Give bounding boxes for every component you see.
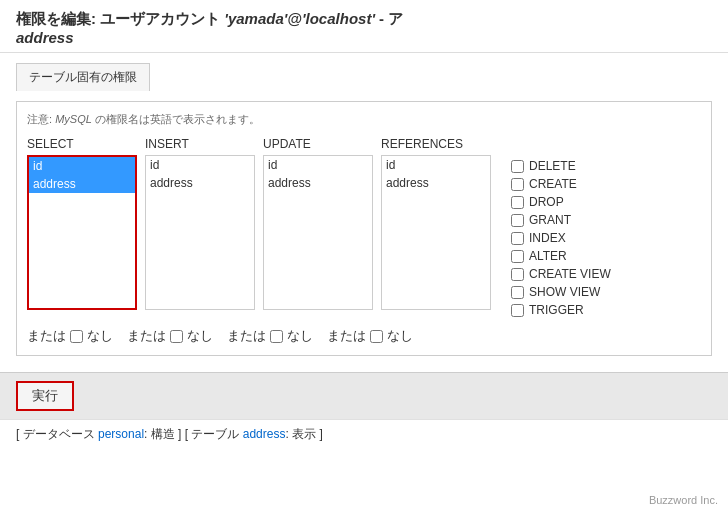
list-item[interactable]: address bbox=[29, 175, 135, 193]
title-suffix: - ア bbox=[375, 10, 403, 27]
tab-bar: テーブル固有の権限 bbox=[16, 63, 712, 91]
page-wrapper: 権限を編集: ユーザアカウント 'yamada'@'localhost' - ア… bbox=[0, 0, 728, 510]
checkbox-alter-input[interactable] bbox=[511, 250, 524, 263]
update-label: UPDATE bbox=[263, 137, 373, 151]
note-italic: MySQL bbox=[55, 113, 92, 125]
insert-label: INSERT bbox=[145, 137, 255, 151]
also-references: または なし bbox=[327, 327, 413, 345]
checkbox-trigger-input[interactable] bbox=[511, 304, 524, 317]
select-group: SELECT id address bbox=[27, 137, 137, 310]
breadcrumb-db-suffix: : 構造 ] [ テーブル bbox=[144, 427, 243, 441]
none-checkbox-references[interactable] bbox=[370, 330, 383, 343]
checkbox-create-view-label: CREATE VIEW bbox=[529, 267, 611, 281]
breadcrumb-table-suffix: : 表示 ] bbox=[285, 427, 322, 441]
also-label-select: または bbox=[27, 327, 66, 345]
breadcrumb-bar: [ データベース personal: 構造 ] [ テーブル address: … bbox=[0, 419, 728, 449]
checkbox-drop-label: DROP bbox=[529, 195, 564, 209]
checkbox-create-input[interactable] bbox=[511, 178, 524, 191]
references-listbox[interactable]: id address bbox=[381, 155, 491, 310]
breadcrumb-table-link[interactable]: address bbox=[243, 427, 286, 441]
also-label-insert: または bbox=[127, 327, 166, 345]
checkbox-index-input[interactable] bbox=[511, 232, 524, 245]
note-prefix: 注意: bbox=[27, 113, 55, 125]
list-item[interactable]: id bbox=[29, 157, 135, 175]
also-update: または なし bbox=[227, 327, 313, 345]
checkbox-drop-input[interactable] bbox=[511, 196, 524, 209]
brand-text: Buzzword Inc. bbox=[649, 494, 718, 506]
list-item[interactable]: address bbox=[264, 174, 372, 192]
tab-table-privileges[interactable]: テーブル固有の権限 bbox=[16, 63, 150, 91]
checkbox-trigger: TRIGGER bbox=[511, 303, 611, 317]
references-label: REFERENCES bbox=[381, 137, 491, 151]
checkbox-drop: DROP bbox=[511, 195, 611, 209]
none-checkbox-select[interactable] bbox=[70, 330, 83, 343]
footer-bar: 実行 bbox=[0, 372, 728, 419]
checkbox-delete-label: DELETE bbox=[529, 159, 576, 173]
list-item[interactable]: id bbox=[146, 156, 254, 174]
checkbox-delete-input[interactable] bbox=[511, 160, 524, 173]
insert-listbox[interactable]: id address bbox=[145, 155, 255, 310]
insert-group: INSERT id address bbox=[145, 137, 255, 310]
also-none-row: または なし または なし または なし または なし bbox=[27, 327, 701, 345]
page-title: 権限を編集: ユーザアカウント 'yamada'@'localhost' - ア bbox=[16, 10, 712, 29]
list-item[interactable]: id bbox=[382, 156, 490, 174]
none-label-references: なし bbox=[387, 327, 413, 345]
list-item[interactable]: id bbox=[264, 156, 372, 174]
none-label-update: なし bbox=[287, 327, 313, 345]
checkbox-alter: ALTER bbox=[511, 249, 611, 263]
update-listbox[interactable]: id address bbox=[263, 155, 373, 310]
also-label-update: または bbox=[227, 327, 266, 345]
references-group: REFERENCES id address bbox=[381, 137, 491, 310]
checkbox-show-view: SHOW VIEW bbox=[511, 285, 611, 299]
checkbox-create-view-input[interactable] bbox=[511, 268, 524, 281]
update-group: UPDATE id address bbox=[263, 137, 373, 310]
checkbox-create: CREATE bbox=[511, 177, 611, 191]
none-checkbox-update[interactable] bbox=[270, 330, 283, 343]
checkbox-index: INDEX bbox=[511, 231, 611, 245]
right-checkboxes: DELETE CREATE DROP GRANT bbox=[511, 159, 611, 321]
header: 権限を編集: ユーザアカウント 'yamada'@'localhost' - ア… bbox=[0, 0, 728, 53]
select-listbox[interactable]: id address bbox=[27, 155, 137, 310]
checkbox-create-label: CREATE bbox=[529, 177, 577, 191]
also-select: または なし bbox=[27, 327, 113, 345]
breadcrumb-db-link[interactable]: personal bbox=[98, 427, 144, 441]
page-subtitle: address bbox=[16, 29, 712, 46]
checkbox-create-view: CREATE VIEW bbox=[511, 267, 611, 281]
breadcrumb-db-prefix: [ データベース bbox=[16, 427, 98, 441]
content-area: テーブル固有の権限 注意: MySQL の権限名は英語で表示されます。 SELE… bbox=[0, 53, 728, 366]
checkbox-grant-label: GRANT bbox=[529, 213, 571, 227]
list-item[interactable]: address bbox=[382, 174, 490, 192]
note-text: 注意: MySQL の権限名は英語で表示されます。 bbox=[27, 112, 701, 127]
note-suffix: の権限名は英語で表示されます。 bbox=[92, 113, 260, 125]
also-label-references: または bbox=[327, 327, 366, 345]
title-italic: 'yamada'@'localhost' bbox=[224, 10, 375, 27]
execute-button[interactable]: 実行 bbox=[16, 381, 74, 411]
select-label: SELECT bbox=[27, 137, 137, 151]
list-item[interactable]: address bbox=[146, 174, 254, 192]
title-text: 権限を編集: ユーザアカウント bbox=[16, 10, 224, 27]
none-label-insert: なし bbox=[187, 327, 213, 345]
checkbox-show-view-input[interactable] bbox=[511, 286, 524, 299]
checkbox-grant-input[interactable] bbox=[511, 214, 524, 227]
none-checkbox-insert[interactable] bbox=[170, 330, 183, 343]
tab-panel: 注意: MySQL の権限名は英語で表示されます。 SELECT id addr… bbox=[16, 101, 712, 356]
checkbox-alter-label: ALTER bbox=[529, 249, 567, 263]
checkbox-index-label: INDEX bbox=[529, 231, 566, 245]
checkbox-grant: GRANT bbox=[511, 213, 611, 227]
none-label-select: なし bbox=[87, 327, 113, 345]
columns-wrapper: SELECT id address INSERT id address bbox=[27, 137, 701, 321]
checkbox-trigger-label: TRIGGER bbox=[529, 303, 584, 317]
also-insert: または なし bbox=[127, 327, 213, 345]
subtitle-text: address bbox=[16, 29, 74, 46]
checkbox-show-view-label: SHOW VIEW bbox=[529, 285, 600, 299]
checkbox-delete: DELETE bbox=[511, 159, 611, 173]
